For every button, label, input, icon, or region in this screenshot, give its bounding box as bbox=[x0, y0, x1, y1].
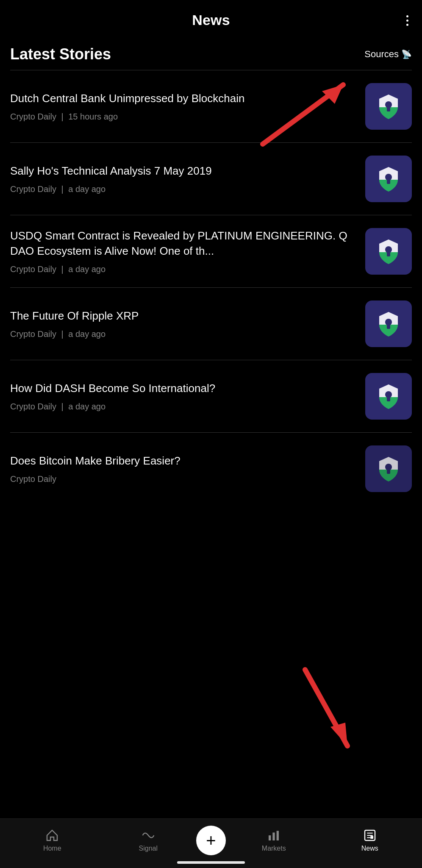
add-button[interactable]: + bbox=[196, 826, 226, 855]
news-item[interactable]: Sally Ho's Technical Analysis 7 May 2019… bbox=[0, 143, 422, 215]
home-icon bbox=[45, 829, 59, 842]
news-source: Crypto Daily bbox=[10, 112, 56, 121]
news-content: How Did DASH Become So International? Cr… bbox=[10, 381, 357, 412]
news-item[interactable]: USDQ Smart Contract is Revealed by PLATI… bbox=[0, 215, 422, 287]
dot3 bbox=[406, 24, 408, 26]
signal-label: Signal bbox=[139, 845, 158, 852]
news-item[interactable]: How Did DASH Become So International? Cr… bbox=[0, 360, 422, 432]
svg-rect-7 bbox=[387, 180, 390, 184]
svg-rect-29 bbox=[273, 832, 275, 840]
news-thumbnail bbox=[365, 228, 412, 275]
svg-rect-35 bbox=[370, 836, 373, 839]
svg-rect-30 bbox=[277, 831, 279, 840]
news-item[interactable]: Does Bitcoin Make Bribery Easier? Crypto… bbox=[0, 433, 422, 517]
news-time: a day ago bbox=[68, 264, 106, 274]
sources-button[interactable]: Sources 📡 bbox=[364, 49, 412, 60]
more-options-button[interactable] bbox=[403, 12, 412, 29]
svg-line-26 bbox=[305, 670, 347, 746]
svg-rect-28 bbox=[269, 835, 271, 840]
news-meta: Crypto Daily | a day ago bbox=[10, 402, 357, 412]
svg-point-14 bbox=[385, 319, 392, 326]
svg-rect-11 bbox=[387, 252, 390, 256]
news-thumbnail bbox=[365, 300, 412, 347]
sources-label: Sources bbox=[364, 49, 399, 60]
dot2 bbox=[406, 19, 408, 22]
news-source: Crypto Daily bbox=[10, 474, 56, 484]
news-content: The Future Of Ripple XRP Crypto Daily | … bbox=[10, 309, 357, 339]
news-title: USDQ Smart Contract is Revealed by PLATI… bbox=[10, 228, 357, 258]
crypto-daily-logo bbox=[372, 379, 405, 413]
crypto-daily-logo bbox=[372, 89, 405, 123]
news-meta: Crypto Daily | a day ago bbox=[10, 184, 357, 194]
news-meta: Crypto Daily | 15 hours ago bbox=[10, 112, 357, 122]
home-label: Home bbox=[43, 845, 61, 852]
nav-markets[interactable]: Markets bbox=[226, 829, 322, 852]
news-thumbnail bbox=[365, 445, 412, 492]
news-content: Does Bitcoin Make Bribery Easier? Crypto… bbox=[10, 453, 357, 484]
svg-rect-3 bbox=[387, 107, 390, 111]
nav-news[interactable]: News bbox=[322, 829, 418, 852]
home-indicator bbox=[177, 861, 245, 864]
svg-marker-27 bbox=[330, 723, 347, 746]
svg-rect-19 bbox=[387, 397, 390, 401]
svg-rect-23 bbox=[387, 470, 390, 474]
crypto-daily-logo bbox=[372, 162, 405, 196]
news-thumbnail bbox=[365, 156, 412, 202]
crypto-daily-logo bbox=[372, 234, 405, 268]
news-title: Dutch Central Bank Unimpressed by Blockc… bbox=[10, 91, 357, 106]
section-title: Latest Stories bbox=[10, 45, 111, 63]
crypto-daily-logo bbox=[372, 307, 405, 341]
news-title: Sally Ho's Technical Analysis 7 May 2019 bbox=[10, 164, 357, 178]
news-item[interactable]: Dutch Central Bank Unimpressed by Blockc… bbox=[0, 70, 422, 142]
news-source: Crypto Daily bbox=[10, 329, 56, 339]
svg-point-2 bbox=[385, 101, 392, 108]
rss-icon: 📡 bbox=[401, 49, 412, 59]
news-time: a day ago bbox=[68, 402, 106, 411]
markets-label: Markets bbox=[262, 845, 286, 852]
news-meta: Crypto Daily | a day ago bbox=[10, 329, 357, 339]
news-item[interactable]: The Future Of Ripple XRP Crypto Daily | … bbox=[0, 288, 422, 360]
section-header: Latest Stories Sources 📡 bbox=[0, 37, 422, 70]
news-time: a day ago bbox=[68, 184, 106, 194]
news-source: Crypto Daily bbox=[10, 402, 56, 411]
svg-point-6 bbox=[385, 174, 392, 181]
news-meta: Crypto Daily bbox=[10, 474, 357, 484]
news-source: Crypto Daily bbox=[10, 184, 56, 194]
news-title: How Did DASH Become So International? bbox=[10, 381, 357, 396]
nav-signal[interactable]: Signal bbox=[100, 829, 197, 852]
news-title: The Future Of Ripple XRP bbox=[10, 309, 357, 323]
news-content: USDQ Smart Contract is Revealed by PLATI… bbox=[10, 228, 357, 274]
news-time: a day ago bbox=[68, 329, 106, 339]
news-label: News bbox=[361, 845, 378, 852]
plus-icon: + bbox=[206, 832, 216, 849]
svg-rect-15 bbox=[387, 325, 390, 329]
news-meta: Crypto Daily | a day ago bbox=[10, 264, 357, 274]
nav-home[interactable]: Home bbox=[4, 829, 100, 852]
crypto-daily-logo bbox=[372, 452, 405, 486]
news-thumbnail bbox=[365, 373, 412, 420]
news-thumbnail bbox=[365, 83, 412, 130]
svg-point-22 bbox=[385, 464, 392, 470]
news-source: Crypto Daily bbox=[10, 264, 56, 274]
svg-point-18 bbox=[385, 391, 392, 398]
news-content: Sally Ho's Technical Analysis 7 May 2019… bbox=[10, 164, 357, 194]
dot1 bbox=[406, 15, 408, 17]
news-title: Does Bitcoin Make Bribery Easier? bbox=[10, 453, 357, 468]
news-content: Dutch Central Bank Unimpressed by Blockc… bbox=[10, 91, 357, 122]
markets-icon bbox=[267, 829, 280, 842]
bottom-navigation: Home Signal + Markets bbox=[0, 818, 422, 868]
news-time: 15 hours ago bbox=[68, 112, 118, 121]
news-icon bbox=[363, 829, 377, 842]
arrow-to-thumbnail bbox=[305, 670, 347, 746]
svg-point-10 bbox=[385, 246, 392, 253]
header: News bbox=[0, 0, 422, 37]
signal-icon bbox=[142, 829, 155, 842]
page-title: News bbox=[192, 12, 230, 28]
nav-add[interactable]: + bbox=[196, 826, 226, 855]
